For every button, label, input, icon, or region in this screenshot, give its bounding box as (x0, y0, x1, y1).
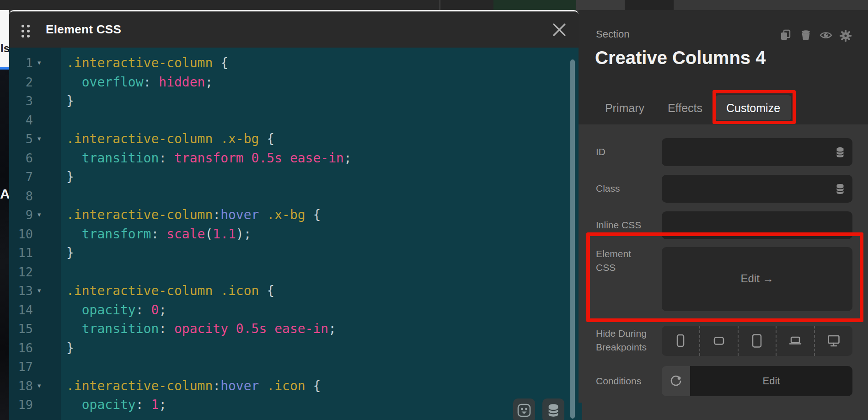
laptop-icon (789, 334, 802, 348)
element-css-modal: Element CSS 1▾.interactive-column {2 ove… (9, 10, 579, 420)
code-line[interactable]: 2 overflow: hidden; (9, 73, 579, 92)
code-line[interactable]: 3} (9, 92, 579, 111)
fold-arrow-icon[interactable]: ▾ (37, 281, 42, 300)
code-line[interactable]: 19 opacity: 1; (9, 395, 579, 415)
editor-scrollbar[interactable] (570, 59, 575, 419)
top-bar-segment (440, 0, 493, 10)
top-bar-active-tab[interactable] (625, 0, 674, 10)
element-css-label: Element CSS (596, 247, 648, 275)
id-input[interactable] (662, 138, 852, 166)
element-css-edit-button[interactable]: Edit → (662, 247, 852, 311)
tab-customize[interactable]: Customize (726, 102, 780, 115)
hide-breakpoints-label: Hide During Breakpoints (596, 327, 658, 354)
tab-effects[interactable]: Effects (668, 102, 702, 115)
duplicate-icon[interactable] (780, 29, 793, 42)
code-line[interactable]: 15 transition: opacity 0.5s ease-in; (9, 319, 579, 339)
conditions-dial-button[interactable] (662, 366, 690, 396)
fold-arrow-icon[interactable]: ▾ (37, 376, 42, 395)
class-input[interactable] (662, 175, 852, 203)
breakpoint-desktop-toggle[interactable] (814, 326, 852, 356)
settings-gear-icon[interactable] (839, 29, 852, 42)
desktop-icon (827, 334, 840, 348)
code-line[interactable]: 8 (9, 187, 579, 206)
settings-panel: Section (579, 10, 868, 420)
browser-top-bar (0, 0, 868, 10)
code-line[interactable]: 4 (9, 111, 579, 130)
top-bar-green-segment (493, 0, 576, 10)
inline-css-label: Inline CSS (596, 218, 641, 232)
conditions-edit-button[interactable]: Edit (690, 366, 852, 396)
code-line[interactable]: 1▾.interactive-column { (9, 54, 579, 73)
dynamic-data-icon (834, 183, 846, 195)
inline-css-input[interactable] (662, 211, 852, 239)
background-partial-text: ls (0, 42, 9, 55)
drag-handle-icon[interactable] (21, 25, 32, 38)
code-line[interactable]: 12 (9, 263, 579, 282)
class-label: Class (596, 182, 620, 195)
close-icon[interactable] (551, 22, 568, 38)
code-line[interactable]: 7} (9, 167, 579, 187)
block-type-label: Section (596, 28, 629, 40)
tab-primary[interactable]: Primary (605, 102, 644, 115)
database-icon (546, 403, 561, 418)
fold-arrow-icon[interactable]: ▾ (37, 53, 42, 72)
canvas-sliver (579, 403, 582, 420)
visibility-icon[interactable] (820, 29, 832, 42)
glyph-picker-button[interactable] (513, 398, 535, 420)
background-photo: A (0, 70, 9, 420)
code-line[interactable]: 14 opacity: 0; (9, 301, 579, 320)
element-css-edit-label: Edit → (662, 272, 852, 285)
background-page-white-area: ls (0, 10, 9, 67)
hide-breakpoints-group (662, 326, 852, 356)
phone-landscape-icon (713, 334, 725, 348)
top-bar-segment (576, 0, 625, 10)
breakpoint-phone-toggle[interactable] (662, 326, 699, 356)
condition-dial-icon (669, 374, 683, 388)
code-line[interactable]: 13▾.interactive-column .icon { (9, 281, 579, 301)
block-title: Creative Columns 4 (595, 48, 766, 68)
breakpoint-tablet-toggle[interactable] (738, 326, 776, 356)
code-line[interactable]: 10 transform: scale(1.1); (9, 225, 579, 244)
breakpoint-laptop-toggle[interactable] (776, 326, 814, 356)
conditions-label: Conditions (596, 374, 641, 388)
background-partial-letter: A (0, 186, 9, 202)
glyph-picker-icon (517, 403, 531, 418)
id-label: ID (596, 145, 605, 159)
code-line[interactable]: 9▾.interactive-column:hover .x-bg { (9, 205, 579, 225)
delete-icon[interactable] (800, 29, 813, 42)
modal-title: Element CSS (46, 22, 121, 37)
code-line[interactable]: 18▾.interactive-column:hover .icon { (9, 377, 579, 396)
fold-arrow-icon[interactable]: ▾ (37, 205, 42, 224)
code-lines: 1▾.interactive-column {2 overflow: hidde… (9, 54, 579, 415)
code-line[interactable]: 16} (9, 339, 579, 358)
dynamic-data-button[interactable] (542, 398, 564, 420)
modal-header: Element CSS (9, 11, 579, 48)
background-page-strip: ls A (0, 10, 9, 420)
conditions-row: Edit (662, 366, 852, 396)
dynamic-data-icon (834, 146, 846, 159)
code-line[interactable]: 5▾.interactive-column .x-bg { (9, 129, 579, 149)
css-code-editor[interactable]: 1▾.interactive-column {2 overflow: hidde… (9, 48, 579, 420)
code-line[interactable]: 11} (9, 243, 579, 263)
tablet-icon (751, 334, 763, 348)
fold-arrow-icon[interactable]: ▾ (37, 129, 42, 148)
panel-header-icons (780, 29, 862, 42)
top-bar-segment (674, 0, 868, 10)
phone-icon (675, 334, 686, 348)
breakpoint-phone-landscape-toggle[interactable] (699, 326, 738, 356)
code-line[interactable]: 6 transition: transform 0.5s ease-in; (9, 149, 579, 168)
code-line[interactable]: 17 (9, 357, 579, 377)
